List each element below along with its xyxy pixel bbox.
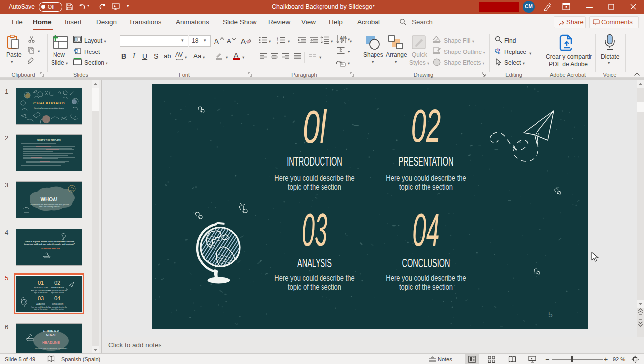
svg-text:3: 3: [277, 41, 278, 44]
